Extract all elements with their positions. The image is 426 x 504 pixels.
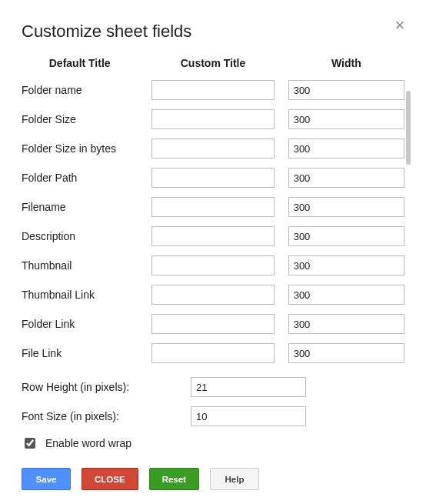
custom-title-input[interactable] xyxy=(151,226,274,246)
width-input[interactable] xyxy=(288,168,404,188)
word-wrap-checkbox[interactable] xyxy=(25,438,35,449)
dialog-title: Customize sheet fields xyxy=(22,22,404,42)
custom-title-input[interactable] xyxy=(151,314,274,334)
width-input[interactable] xyxy=(288,285,404,305)
width-input[interactable] xyxy=(288,80,404,100)
word-wrap-row: Enable word wrap xyxy=(22,436,404,451)
width-input[interactable] xyxy=(288,109,404,129)
custom-title-input[interactable] xyxy=(151,285,274,305)
default-title-label: Folder Path xyxy=(22,172,138,184)
default-title-label: Thumbnail Link xyxy=(22,289,138,301)
close-button[interactable]: CLOSE xyxy=(82,468,138,490)
default-title-label: Thumbnail xyxy=(22,259,138,272)
width-input[interactable] xyxy=(288,255,404,275)
header-width: Width xyxy=(288,57,404,69)
close-icon[interactable]: × xyxy=(392,18,408,34)
default-title-label: Folder name xyxy=(22,84,138,96)
custom-title-input[interactable] xyxy=(151,197,274,217)
default-title-label: Folder Link xyxy=(22,318,138,330)
table-row: File Link xyxy=(22,343,404,363)
default-title-label: Folder Size xyxy=(22,113,138,125)
table-row: Folder name xyxy=(22,80,404,100)
custom-title-input[interactable] xyxy=(151,109,274,129)
width-input[interactable] xyxy=(288,314,404,334)
width-input[interactable] xyxy=(288,226,404,246)
table-row: Folder Size in bytes xyxy=(22,139,404,159)
row-height-input[interactable] xyxy=(191,377,306,397)
font-size-row: Font Size (in pixels): xyxy=(22,406,404,426)
table-row: Folder Size xyxy=(22,109,404,129)
custom-title-input[interactable] xyxy=(151,80,274,100)
default-title-label: Folder Size in bytes xyxy=(22,142,138,155)
default-title-label: Description xyxy=(22,230,138,242)
table-row: Folder Path xyxy=(22,168,404,188)
button-bar: Save CLOSE Reset Help xyxy=(22,468,404,490)
help-button[interactable]: Help xyxy=(210,468,259,490)
row-height-label: Row Height (in pixels): xyxy=(22,381,183,393)
default-title-label: Filename xyxy=(22,201,138,213)
table-row: Thumbnail Link xyxy=(22,285,404,305)
fields-table: Default Title Custom Title Width Folder … xyxy=(22,57,404,363)
scrollbar-thumb[interactable] xyxy=(406,91,411,165)
font-size-label: Font Size (in pixels): xyxy=(22,410,183,422)
width-input[interactable] xyxy=(288,197,404,217)
table-row: Description xyxy=(22,226,404,246)
header-custom-title: Custom Title xyxy=(151,57,274,69)
default-title-label: File Link xyxy=(22,347,138,359)
custom-title-input[interactable] xyxy=(151,168,274,188)
table-row: Folder Link xyxy=(22,314,404,334)
width-input[interactable] xyxy=(288,139,404,159)
row-height-row: Row Height (in pixels): xyxy=(22,377,404,397)
save-button[interactable]: Save xyxy=(22,468,71,490)
table-row: Filename xyxy=(22,197,404,217)
custom-title-input[interactable] xyxy=(151,343,274,363)
table-header-row: Default Title Custom Title Width xyxy=(22,57,404,69)
global-params: Row Height (in pixels): Font Size (in pi… xyxy=(22,377,404,490)
width-input[interactable] xyxy=(288,343,404,363)
custom-title-input[interactable] xyxy=(151,139,274,159)
reset-button[interactable]: Reset xyxy=(149,468,199,490)
font-size-input[interactable] xyxy=(191,406,306,426)
header-default-title: Default Title xyxy=(22,57,138,69)
custom-title-input[interactable] xyxy=(151,255,274,275)
word-wrap-label[interactable]: Enable word wrap xyxy=(45,437,131,449)
table-row: Thumbnail xyxy=(22,255,404,275)
customize-sheet-fields-dialog: Customize sheet fields × Default Title C… xyxy=(0,0,426,504)
